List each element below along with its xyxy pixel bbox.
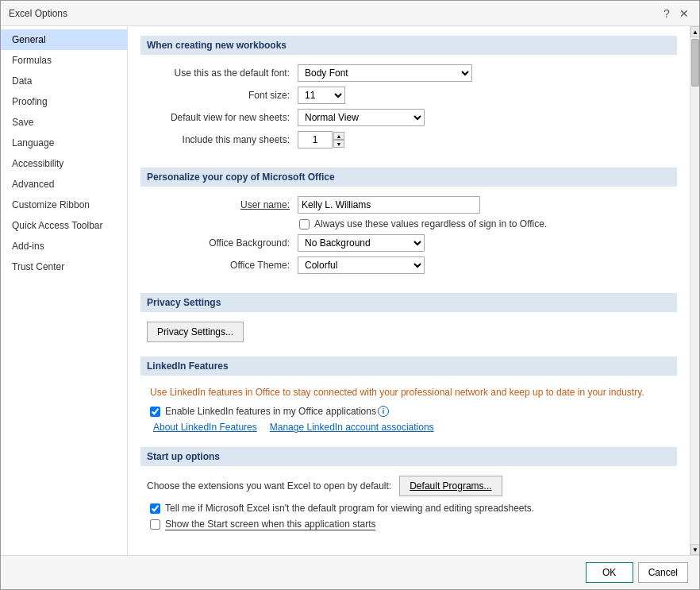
theme-row: Office Theme: Colorful Dark Gray Black W…: [147, 256, 671, 274]
font-size-select[interactable]: 11 8 9 10 12: [298, 87, 345, 104]
linkedin-enable-label: Enable LinkedIn features in my Office ap…: [165, 406, 376, 417]
main-content: When creating new workbooks Use this as …: [128, 26, 690, 555]
sheets-input[interactable]: [298, 131, 333, 148]
show-start-label: Show the Start screen when this applicat…: [165, 519, 375, 530]
title-bar: Excel Options ? ✕: [1, 1, 699, 26]
startup-section: Start up options Choose the extensions y…: [140, 447, 677, 542]
theme-label: Office Theme:: [147, 260, 298, 271]
personalize-section: Personalize your copy of Microsoft Offic…: [140, 168, 677, 285]
show-start-row: Show the Start screen when this applicat…: [147, 519, 671, 530]
linkedin-section: LinkedIn Features Use LinkedIn features …: [140, 357, 677, 439]
new-workbooks-section: When creating new workbooks Use this as …: [140, 36, 677, 160]
title-controls: ? ✕: [660, 6, 691, 21]
username-label-text: User name:: [240, 199, 290, 210]
linkedin-header: LinkedIn Features: [140, 357, 677, 376]
background-label: Office Background:: [147, 237, 298, 249]
spinbox-up[interactable]: ▲: [333, 132, 344, 140]
sidebar-item-advanced[interactable]: Advanced: [1, 174, 127, 195]
tell-me-label: Tell me if Microsoft Excel isn't the def…: [165, 503, 534, 514]
font-select[interactable]: Body Font Calibri Arial Times New Roman: [298, 64, 472, 82]
default-programs-row: Choose the extensions you want Excel to …: [147, 476, 671, 496]
cancel-button[interactable]: Cancel: [638, 562, 688, 583]
ok-button[interactable]: OK: [586, 562, 633, 583]
sidebar-item-data[interactable]: Data: [1, 71, 127, 91]
scrollbar: ▲ ▼: [690, 26, 699, 555]
always-use-checkbox[interactable]: [299, 219, 310, 229]
font-row: Use this as the default font: Body Font …: [147, 64, 671, 82]
view-select[interactable]: Normal View Page Break Preview Page Layo…: [298, 109, 425, 126]
username-control: [298, 196, 480, 214]
privacy-section: Privacy Settings Privacy Settings...: [140, 293, 677, 349]
scroll-down-arrow[interactable]: ▼: [690, 544, 699, 555]
font-label: Use this as the default font:: [147, 67, 298, 79]
theme-select[interactable]: Colorful Dark Gray Black White: [298, 256, 425, 274]
sidebar-item-add-ins[interactable]: Add-ins: [1, 236, 127, 256]
size-control: 11 8 9 10 12: [298, 87, 345, 104]
privacy-header: Privacy Settings: [140, 293, 677, 312]
sidebar-item-trust-center[interactable]: Trust Center: [1, 256, 127, 277]
spinbox-buttons: ▲ ▼: [333, 132, 344, 148]
manage-linkedin-link[interactable]: Manage LinkedIn account associations: [270, 422, 434, 433]
linkedin-links-row: About LinkedIn Features Manage LinkedIn …: [147, 422, 671, 433]
dialog-body: General Formulas Data Proofing Save Lang…: [1, 26, 699, 555]
excel-options-dialog: Excel Options ? ✕ General Formulas Data …: [0, 0, 700, 590]
tell-me-row: Tell me if Microsoft Excel isn't the def…: [147, 503, 671, 514]
linkedin-info-icon[interactable]: i: [378, 406, 389, 417]
default-programs-button[interactable]: Default Programs...: [399, 476, 502, 496]
dialog-footer: OK Cancel: [1, 555, 699, 589]
new-workbooks-body: Use this as the default font: Body Font …: [140, 61, 677, 160]
background-control: No Background Circles and Stripes Circui…: [298, 234, 425, 252]
sidebar-item-language[interactable]: Language: [1, 133, 127, 153]
sidebar-item-proofing[interactable]: Proofing: [1, 91, 127, 112]
scroll-up-arrow[interactable]: ▲: [690, 26, 699, 37]
personalize-body: User name: Always use these values regar…: [140, 193, 677, 285]
startup-header: Start up options: [140, 447, 677, 466]
show-start-checkbox[interactable]: [150, 519, 160, 530]
sidebar-item-general[interactable]: General: [1, 29, 127, 50]
sheets-label: Include this many sheets:: [147, 134, 298, 145]
sidebar-item-accessibility[interactable]: Accessibility: [1, 153, 127, 174]
dialog-title: Excel Options: [9, 8, 67, 19]
sidebar-item-quick-access[interactable]: Quick Access Toolbar: [1, 215, 127, 236]
sidebar-item-customize-ribbon[interactable]: Customize Ribbon: [1, 195, 127, 215]
theme-control: Colorful Dark Gray Black White: [298, 256, 425, 274]
size-row: Font size: 11 8 9 10 12: [147, 87, 671, 104]
close-button[interactable]: ✕: [677, 6, 691, 21]
choose-extensions-label: Choose the extensions you want Excel to …: [147, 480, 391, 492]
scroll-thumb: [691, 39, 699, 87]
username-input[interactable]: [298, 196, 480, 214]
tell-me-checkbox[interactable]: [150, 503, 160, 514]
scroll-track[interactable]: [690, 37, 699, 544]
sidebar: General Formulas Data Proofing Save Lang…: [1, 26, 128, 555]
about-linkedin-link[interactable]: About LinkedIn Features: [153, 422, 257, 433]
sheets-spinbox: ▲ ▼: [298, 131, 344, 148]
personalize-header: Personalize your copy of Microsoft Offic…: [140, 168, 677, 187]
view-row: Default view for new sheets: Normal View…: [147, 109, 671, 126]
spinbox-down[interactable]: ▼: [333, 140, 344, 148]
view-label: Default view for new sheets:: [147, 112, 298, 123]
sidebar-item-formulas[interactable]: Formulas: [1, 50, 127, 71]
linkedin-enable-row: Enable LinkedIn features in my Office ap…: [147, 406, 671, 417]
username-label: User name:: [147, 199, 298, 210]
username-row: User name:: [147, 196, 671, 214]
sidebar-item-save[interactable]: Save: [1, 112, 127, 133]
background-select[interactable]: No Background Circles and Stripes Circui…: [298, 234, 425, 252]
help-button[interactable]: ?: [660, 6, 674, 21]
linkedin-enable-checkbox[interactable]: [150, 407, 160, 417]
view-control: Normal View Page Break Preview Page Layo…: [298, 109, 425, 126]
always-use-row: Always use these values regardless of si…: [147, 218, 671, 229]
size-label: Font size:: [147, 90, 298, 101]
background-row: Office Background: No Background Circles…: [147, 234, 671, 252]
privacy-body: Privacy Settings...: [140, 318, 677, 349]
linkedin-description: Use LinkedIn features in Office to stay …: [147, 385, 671, 399]
sheets-row: Include this many sheets: ▲ ▼: [147, 131, 671, 148]
always-use-label: Always use these values regardless of si…: [314, 218, 547, 229]
font-control: Body Font Calibri Arial Times New Roman: [298, 64, 472, 82]
sheets-control: ▲ ▼: [298, 131, 344, 148]
startup-body: Choose the extensions you want Excel to …: [140, 472, 677, 542]
new-workbooks-header: When creating new workbooks: [140, 36, 677, 55]
linkedin-body: Use LinkedIn features in Office to stay …: [140, 382, 677, 439]
privacy-settings-button[interactable]: Privacy Settings...: [147, 322, 244, 342]
